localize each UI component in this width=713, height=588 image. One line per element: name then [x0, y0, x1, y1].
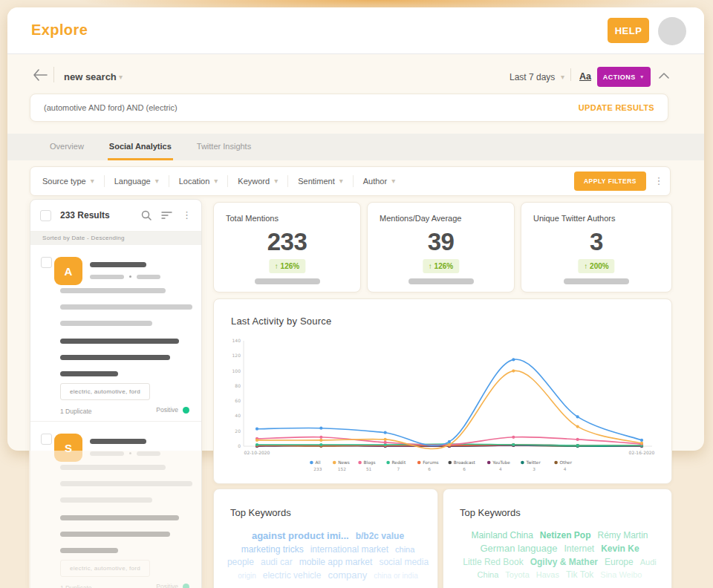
stat-card-unique-twitter-authors: Unique Twitter Authors 3 ↑ 200%: [521, 202, 672, 293]
chevron-down-icon[interactable]: ▾: [561, 74, 564, 81]
keyword-word[interactable]: against product imi...: [252, 529, 349, 543]
keyword-word[interactable]: Ogilvy & Mather: [530, 556, 598, 568]
kebab-menu-icon[interactable]: ⋮: [651, 177, 667, 186]
keyword-word[interactable]: china: [395, 544, 414, 555]
apply-filters-button[interactable]: APPLY FILTERS: [574, 172, 646, 191]
keyword-word[interactable]: Netizen Pop: [540, 529, 591, 541]
skeleton-text-bar: [60, 321, 152, 326]
filter-keyword[interactable]: Keyword▾: [238, 177, 278, 186]
chevron-down-icon[interactable]: ▾: [119, 74, 123, 81]
chevron-up-icon[interactable]: [658, 72, 670, 79]
filter-location[interactable]: Location▾: [179, 177, 218, 186]
keyword-word[interactable]: marketing tricks: [241, 543, 304, 555]
keyword-word[interactable]: German language: [480, 542, 557, 555]
keyword-word[interactable]: china or india: [374, 571, 417, 581]
keyword-word[interactable]: b/b2c value: [356, 530, 404, 542]
series-line-all: [257, 359, 642, 445]
sentiment-label: Positive: [156, 406, 178, 414]
legend-item-blogs[interactable]: Blogs51: [358, 460, 375, 471]
search-icon[interactable]: [141, 210, 152, 220]
y-tick-label: 100: [232, 368, 241, 373]
y-tick-label: 60: [235, 398, 241, 403]
legend-item-reddit[interactable]: Reddit7: [386, 460, 406, 471]
help-button[interactable]: HELP: [608, 18, 649, 43]
filter-sentiment[interactable]: Sentiment▾: [298, 177, 343, 186]
result-card[interactable]: A electric, automotive, ford 1 Duplicate…: [30, 245, 201, 421]
stat-card-total-mentions: Total Mentions 233 ↑ 126%: [213, 202, 361, 293]
actions-button[interactable]: ACTIONS ▼: [597, 67, 651, 87]
tab-overview[interactable]: Overview: [48, 134, 85, 160]
tab-social-analytics[interactable]: Social Analytics: [108, 134, 173, 160]
keyword-word[interactable]: Little Red Book: [463, 556, 523, 568]
keyword-word[interactable]: Audi: [640, 557, 657, 568]
avatar[interactable]: [658, 17, 686, 45]
meta-dot: [129, 275, 131, 278]
skeleton-highlight-bar: [60, 532, 170, 537]
keyword-word[interactable]: Kevin Ke: [601, 543, 639, 555]
stat-label: Total Mentions: [226, 214, 279, 223]
stat-trend-pill: [564, 278, 629, 284]
result-checkbox[interactable]: [41, 257, 52, 268]
legend-item-youtube[interactable]: YouTube4: [487, 460, 510, 471]
kebab-menu-icon[interactable]: ⋮: [182, 211, 192, 220]
svg-text:152: 152: [338, 467, 346, 471]
keyword-word[interactable]: people: [227, 556, 254, 568]
result-checkbox[interactable]: [41, 434, 52, 445]
keyword-word[interactable]: Tik Tok: [566, 569, 593, 581]
filter-source-type[interactable]: Source type▾: [42, 177, 94, 186]
keyword-word[interactable]: social media: [379, 556, 429, 568]
legend-item-broadcast[interactable]: Broadcast6: [449, 460, 476, 471]
legend-item-all[interactable]: All233: [310, 460, 322, 471]
keyword-word[interactable]: Toyota: [505, 569, 529, 581]
keyword-word[interactable]: Mainland China: [471, 529, 533, 541]
svg-text:Forums: Forums: [423, 460, 438, 465]
skeleton-meta-bar: [90, 275, 124, 279]
sentiment-dot: [183, 584, 189, 588]
keywords-card-left: Top Keywords against product imi...b/b2c…: [213, 489, 438, 588]
keyword-word[interactable]: international market: [310, 543, 388, 555]
keyword-word[interactable]: Internet: [564, 543, 595, 555]
legend-item-twitter[interactable]: Twitter3: [521, 460, 541, 471]
update-results-button[interactable]: UPDATE RESULTS: [579, 103, 654, 112]
sort-icon[interactable]: [161, 211, 172, 220]
skeleton-text-bar: [60, 481, 192, 486]
x-tick-label: 02-16-2020: [629, 450, 655, 455]
skeleton-text-bar: [60, 304, 192, 310]
keyword-word[interactable]: mobile app market: [299, 556, 373, 568]
chevron-down-icon: ▾: [91, 177, 94, 185]
data-point: [448, 440, 451, 443]
date-range-dropdown[interactable]: Last 7 days: [509, 72, 555, 82]
keyword-word[interactable]: Havas: [536, 569, 559, 581]
search-name-dropdown[interactable]: new search: [64, 71, 117, 82]
query-input[interactable]: (automotive AND ford) AND (electric) UPD…: [30, 94, 668, 122]
result-card[interactable]: S electric, automotive, ford 1 Duplicate…: [30, 421, 201, 588]
filter-language[interactable]: Language▾: [114, 177, 159, 186]
keyword-word[interactable]: origin: [238, 571, 255, 581]
legend-item-forums[interactable]: Forums6: [417, 460, 439, 471]
skeleton-meta-bar: [137, 275, 160, 279]
case-sensitivity-toggle[interactable]: Aa: [579, 71, 591, 82]
svg-text:Twitter: Twitter: [525, 460, 541, 465]
select-all-checkbox[interactable]: [40, 210, 51, 221]
keyword-word[interactable]: Europe: [605, 556, 634, 568]
y-tick-label: 40: [235, 413, 241, 418]
keyword-word[interactable]: audi car: [261, 556, 293, 568]
filter-author[interactable]: Author▾: [363, 177, 395, 186]
stat-label: Mentions/Day Average: [380, 214, 461, 223]
keyword-word[interactable]: Rémy Martin: [598, 529, 648, 541]
keyword-word[interactable]: company: [328, 569, 367, 582]
data-point: [255, 443, 258, 446]
stat-label: Unique Twitter Authors: [533, 214, 615, 223]
data-point: [319, 439, 322, 442]
back-arrow-icon[interactable]: [33, 69, 48, 81]
legend-item-news[interactable]: News152: [333, 460, 350, 471]
keyword-word[interactable]: electric vehicle: [263, 569, 322, 581]
data-point: [384, 438, 387, 441]
keyword-word[interactable]: China: [478, 569, 499, 581]
app-header: [7, 7, 704, 54]
stat-value: 3: [521, 228, 671, 256]
keyword-word[interactable]: Sina Weibo: [600, 569, 642, 581]
legend-item-other[interactable]: Other4: [554, 460, 572, 471]
stat-change-badge: ↑ 200%: [578, 259, 614, 273]
tab-twitter-insights[interactable]: Twitter Insights: [195, 134, 253, 160]
